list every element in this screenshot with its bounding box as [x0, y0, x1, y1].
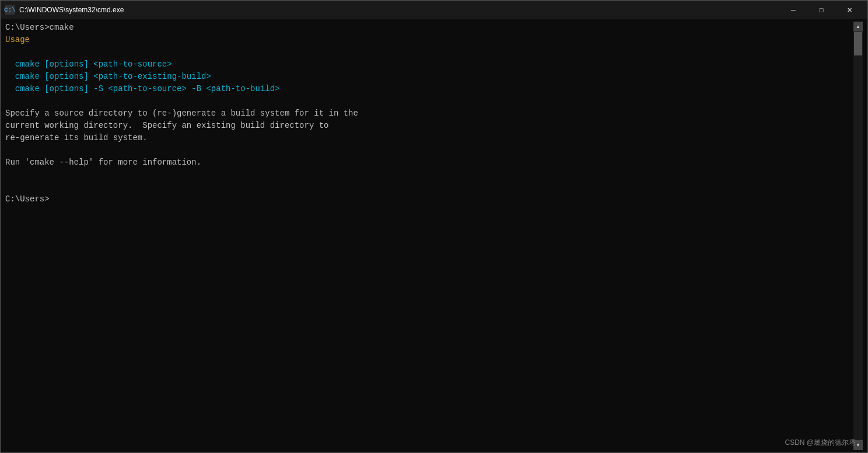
line-3: cmake [options] <path-to-source> — [5, 60, 172, 69]
maximize-button[interactable]: □ — [808, 1, 835, 19]
line-8: re-generate its build system. — [5, 133, 148, 142]
title-bar: C:\ C:\WINDOWS\system32\cmd.exe ─ □ ✕ — [1, 1, 867, 19]
watermark: CSDN @燃烧的德尔塔 — [785, 438, 856, 448]
line-1: C:\Users>cmake — [5, 23, 74, 32]
line-2: Usage — [5, 35, 30, 44]
scrollbar-track[interactable] — [853, 32, 863, 440]
line-6: Specify a source directory to (re-)gener… — [5, 109, 358, 118]
cmd-icon: C:\ — [5, 5, 15, 15]
window-controls: ─ □ ✕ — [780, 1, 863, 19]
line-7: current working directory. Specify an ex… — [5, 121, 329, 130]
cmd-window: C:\ C:\WINDOWS\system32\cmd.exe ─ □ ✕ C:… — [0, 0, 868, 453]
line-prompt: C:\Users> — [5, 194, 50, 204]
scrollbar-thumb[interactable] — [854, 32, 862, 55]
line-5: cmake [options] -S <path-to-source> -B <… — [5, 84, 280, 93]
minimize-button[interactable]: ─ — [780, 1, 807, 19]
title-bar-left: C:\ C:\WINDOWS\system32\cmd.exe — [5, 5, 124, 15]
scroll-up-button[interactable]: ▲ — [853, 22, 863, 32]
terminal-content: C:\Users>cmake Usage cmake [options] <pa… — [5, 22, 853, 450]
close-button[interactable]: ✕ — [836, 1, 863, 19]
line-4: cmake [options] <path-to-existing-build> — [5, 72, 211, 81]
scrollbar[interactable]: ▲ ▼ — [853, 22, 863, 450]
line-9: Run 'cmake --help' for more information. — [5, 158, 201, 167]
terminal-body: C:\Users>cmake Usage cmake [options] <pa… — [1, 19, 867, 452]
terminal-output: C:\Users>cmake Usage cmake [options] <pa… — [5, 22, 853, 205]
window-title: C:\WINDOWS\system32\cmd.exe — [19, 6, 124, 14]
